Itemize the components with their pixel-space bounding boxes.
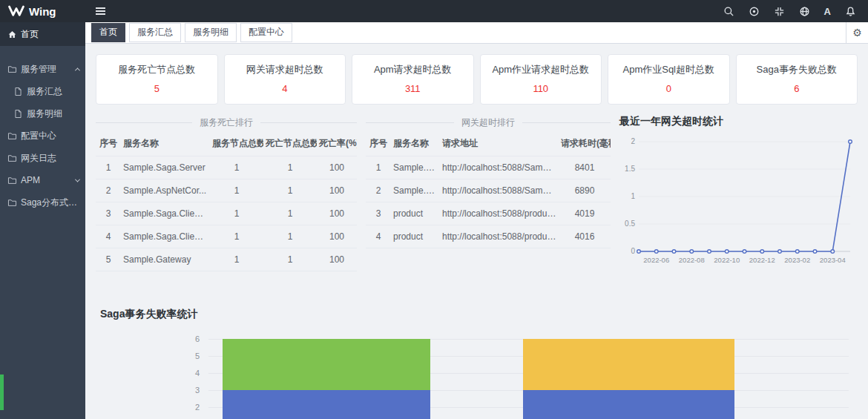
chevron-up-icon — [75, 67, 80, 73]
main-content: 服务死亡节点总数5网关请求超时总数4Apm请求超时总数311Apm作业请求超时总… — [85, 44, 868, 419]
column-header: 服务节点总数 — [210, 131, 263, 156]
tab-settings-button[interactable]: ⚙ — [846, 22, 868, 43]
y-axis-tick: 4 — [96, 369, 200, 377]
stat-value: 110 — [484, 83, 599, 94]
table-row: 4producthttp://localhost:5088/product/te… — [366, 225, 611, 248]
stat-value: 311 — [355, 83, 470, 94]
svg-text:2023-02: 2023-02 — [784, 256, 810, 264]
gateway-table-title-divider: 网关超时排行 — [366, 115, 611, 130]
y-axis-tick: 6 — [96, 334, 200, 343]
table-cell: Sample.Saga.Client... — [121, 202, 210, 225]
table-row: 5Sample.Gateway11100 — [96, 248, 357, 271]
table-cell: 100 — [317, 248, 357, 271]
file-icon — [13, 87, 23, 96]
sidebar-item-service-detail[interactable]: 服务明细 — [0, 102, 85, 125]
sidebar-item-label: 服务管理 — [21, 63, 56, 76]
record-icon[interactable] — [749, 5, 760, 17]
table-cell: 8401 — [559, 156, 611, 179]
table-cell: 4019 — [559, 202, 611, 225]
sidebar: 首页服务管理服务汇总服务明细配置中心网关日志APMSaga分布式事务 — [0, 22, 85, 419]
svg-text:2022-12: 2022-12 — [749, 256, 775, 264]
table-cell: 1 — [96, 156, 121, 179]
tab-service-detail[interactable]: 服务明细 — [185, 23, 237, 42]
table-row: 4Sample.Saga.Client...11100 — [96, 225, 357, 248]
folder-icon — [7, 176, 17, 185]
gateway-table-title: 网关超时排行 — [454, 116, 522, 129]
column-header: 服务名称 — [121, 131, 210, 156]
table-row: 1Sample.Saga.Server11100 — [96, 156, 357, 179]
saga-chart-section: Saga事务失败率统计 6543210 — [96, 308, 858, 419]
fullscreen-icon[interactable] — [774, 5, 786, 17]
topbar-actions: A — [723, 5, 868, 17]
stat-title: 网关请求超时总数 — [228, 63, 343, 76]
bar-plot-area — [208, 331, 849, 419]
column-header: 服务名称 — [391, 131, 440, 156]
table-cell: 4 — [96, 225, 121, 248]
sidebar-item-service-management[interactable]: 服务管理 — [0, 58, 85, 80]
tab-service-summary[interactable]: 服务汇总 — [129, 23, 181, 42]
stat-title: Apm作业请求超时总数 — [484, 63, 599, 76]
sidebar-item-gateway-log[interactable]: 网关日志 — [0, 147, 85, 169]
table-cell: 1 — [263, 248, 317, 271]
sidebar-item-label: 服务明细 — [27, 108, 62, 120]
folder-icon — [7, 154, 17, 163]
table-cell: http://localhost:5088/product/test/... — [440, 225, 559, 248]
stat-value: 4 — [228, 83, 343, 94]
stat-title: Saga事务失败总数 — [740, 63, 855, 76]
sidebar-item-service-summary[interactable]: 服务汇总 — [0, 80, 85, 102]
table-cell: http://localhost:5088/Sample.AspN... — [440, 179, 559, 202]
saga-failure-bar-chart: 6543210 — [96, 331, 858, 419]
middle-row: 服务死亡排行 序号服务名称服务节点总数死亡节点总数死亡率(%)1Sample.S… — [96, 115, 858, 274]
table-cell: 100 — [317, 225, 357, 248]
table-row: 2Sample.As...http://localhost:5088/Sampl… — [366, 179, 611, 202]
dead-table-title-divider: 服务死亡排行 — [96, 115, 357, 130]
table-cell: Sample.As... — [391, 156, 440, 179]
gateway-timeout-panel: 网关超时排行 序号服务名称请求地址请求耗时(毫秒)1Sample.As...ht… — [366, 115, 611, 248]
sidebar-item-home[interactable]: 首页 — [0, 22, 85, 46]
font-size-icon[interactable]: A — [824, 6, 831, 17]
table-row: 3Sample.Saga.Client...11100 — [96, 202, 357, 225]
table-cell: 1 — [210, 248, 263, 271]
language-icon[interactable] — [799, 5, 811, 17]
table-cell: 1 — [210, 179, 263, 202]
svg-text:1: 1 — [631, 192, 635, 200]
chevron-down-icon — [75, 176, 80, 182]
table-cell: 1 — [210, 156, 263, 179]
table-row: 2Sample.AspNetCor...11100 — [96, 179, 357, 202]
sidebar-item-saga-transaction[interactable]: Saga分布式事务 — [0, 191, 85, 214]
stat-value: 0 — [611, 83, 726, 94]
tab-config-center[interactable]: 配置中心 — [240, 23, 292, 42]
table-cell: Sample.As... — [391, 179, 440, 202]
file-icon — [13, 109, 23, 119]
sidebar-item-label: 首页 — [21, 28, 39, 41]
sidebar-item-apm[interactable]: APM — [0, 169, 85, 191]
stat-title: Apm作业Sql超时总数 — [611, 63, 726, 76]
sidebar-item-label: 服务汇总 — [27, 85, 62, 98]
svg-text:2023-04: 2023-04 — [820, 256, 846, 264]
svg-text:1.5: 1.5 — [625, 165, 635, 173]
stat-card: Apm作业请求超时总数110 — [480, 54, 602, 105]
search-icon[interactable] — [723, 5, 735, 17]
stat-value: 5 — [99, 83, 214, 94]
sidebar-item-label: 网关日志 — [21, 152, 56, 165]
stat-card: Apm请求超时总数311 — [352, 54, 474, 105]
table-cell: http://localhost:5088/Sample.AspN... — [440, 156, 559, 179]
table-cell: 1 — [263, 156, 317, 179]
dead-table-title: 服务死亡排行 — [192, 116, 260, 129]
left-scrollbar[interactable] — [0, 375, 4, 410]
folder-icon — [7, 131, 17, 141]
notification-icon[interactable] — [844, 5, 856, 17]
open-tabs: 首页服务汇总服务明细配置中心 — [91, 23, 292, 42]
y-axis-tick: 2 — [96, 403, 200, 412]
svg-text:2: 2 — [631, 137, 635, 145]
svg-text:2022-08: 2022-08 — [679, 256, 705, 264]
table-cell: 3 — [96, 202, 121, 225]
tab-home[interactable]: 首页 — [91, 23, 125, 42]
menu-toggle-button[interactable] — [96, 7, 105, 15]
sidebar-item-config-center[interactable]: 配置中心 — [0, 125, 85, 147]
gateway-timeout-table: 序号服务名称请求地址请求耗时(毫秒)1Sample.As...http://lo… — [366, 131, 611, 248]
home-icon — [7, 30, 17, 39]
stat-title: Apm请求超时总数 — [355, 63, 470, 76]
table-cell: 1 — [210, 225, 263, 248]
bar-segment-top-green — [223, 339, 430, 390]
